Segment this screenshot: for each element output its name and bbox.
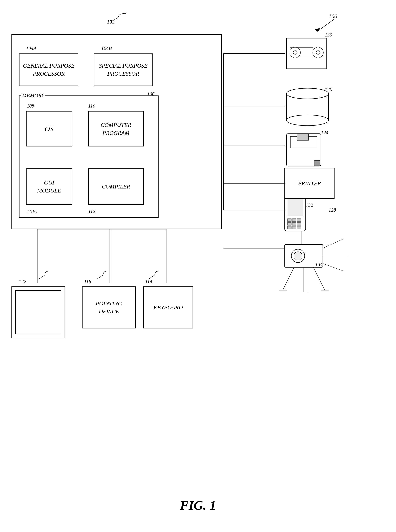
svg-rect-50	[292, 222, 296, 225]
svg-rect-51	[297, 222, 301, 225]
pointing-device-label: POINTING DEVICE	[96, 299, 122, 315]
os-label: OS	[45, 125, 53, 133]
figure-label: FIG. 1	[180, 498, 216, 513]
svg-line-62	[283, 267, 294, 290]
svg-point-38	[316, 51, 320, 54]
svg-rect-49	[287, 222, 291, 225]
svg-line-23	[149, 275, 155, 279]
ref-104A-label: 104A	[26, 46, 36, 51]
keyboard-label: KEYBOARD	[153, 304, 183, 311]
memory-box: MEMORY OS 108 COMPUTER PROGRAM 110 GUI M…	[19, 95, 158, 218]
ref-134-label: 134	[315, 262, 323, 267]
svg-line-22	[97, 275, 103, 279]
cp-box: COMPUTER PROGRAM	[88, 111, 144, 146]
ref-120-label: 120	[325, 87, 332, 93]
gp-processor-label: GENERAL PURPOSE PROCESSOR	[23, 62, 75, 78]
gui-screen	[15, 290, 61, 334]
ref-130-label: 130	[325, 32, 332, 38]
ref-128-label: 128	[329, 207, 336, 213]
ref-112-label: 112	[88, 208, 95, 214]
svg-point-57	[291, 249, 305, 263]
svg-rect-46	[287, 219, 291, 221]
cp-label: COMPUTER PROGRAM	[101, 121, 131, 137]
ref-104B-label: 104B	[101, 46, 112, 51]
printer-label: PRINTER	[298, 180, 321, 187]
os-box: OS	[26, 111, 72, 146]
gui-module-box: GUI MODULE	[26, 168, 72, 205]
ref-122-label: 122	[19, 279, 26, 284]
gui-module-label: GUI MODULE	[37, 179, 61, 195]
svg-line-64	[313, 267, 325, 290]
ref-102-label: 102	[107, 19, 114, 25]
ref-132-label: 132	[306, 202, 313, 208]
svg-rect-45	[287, 199, 303, 216]
svg-rect-27	[286, 93, 329, 120]
pointing-device-box: POINTING DEVICE	[82, 286, 136, 329]
compiler-label: COMPILER	[102, 183, 130, 190]
sp-processor-box: SPECIAL PURPOSE PROCESSOR	[93, 53, 153, 86]
svg-point-36	[293, 51, 297, 54]
svg-line-0	[317, 19, 334, 31]
svg-point-29	[286, 115, 329, 126]
svg-rect-30	[286, 134, 321, 166]
svg-rect-48	[297, 219, 301, 221]
compiler-box: COMPILER	[88, 168, 144, 205]
svg-marker-1	[315, 28, 320, 31]
gp-processor-box: GENERAL PURPOSE PROCESSOR	[19, 53, 78, 86]
ref-108-label: 108	[27, 103, 34, 109]
svg-point-58	[294, 252, 302, 260]
ref-100-label: 100	[329, 13, 337, 19]
svg-rect-33	[314, 160, 320, 166]
svg-rect-53	[292, 226, 296, 229]
memory-label: MEMORY	[21, 93, 45, 98]
ref-114-label: 114	[145, 279, 152, 284]
svg-line-61	[323, 264, 344, 271]
keyboard-box: KEYBOARD	[143, 286, 193, 329]
ref-116-label: 116	[84, 279, 91, 284]
svg-point-37	[313, 47, 323, 58]
sp-processor-label: SPECIAL PURPOSE PROCESSOR	[99, 62, 147, 78]
ref-110-label: 110	[88, 103, 95, 109]
svg-rect-44	[285, 195, 306, 231]
svg-rect-47	[292, 219, 296, 221]
svg-line-59	[323, 239, 344, 248]
svg-rect-52	[287, 226, 291, 229]
svg-rect-54	[297, 226, 301, 229]
printer-box: PRINTER	[285, 168, 334, 199]
svg-rect-32	[297, 134, 309, 140]
svg-rect-31	[290, 137, 317, 148]
ref-124-label: 124	[321, 130, 328, 136]
svg-rect-34	[286, 38, 327, 69]
ref-118A-label: 118A	[27, 208, 37, 214]
svg-line-21	[39, 275, 45, 279]
svg-point-28	[286, 88, 329, 99]
svg-point-35	[290, 47, 301, 58]
